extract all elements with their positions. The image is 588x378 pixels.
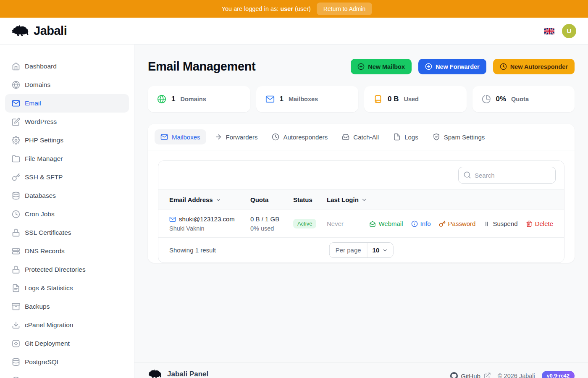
sidebar-item-php-settings[interactable]: PHP Settings xyxy=(5,131,129,150)
new-mailbox-button[interactable]: New Mailbox xyxy=(351,59,412,74)
key-icon xyxy=(12,173,20,181)
mailbox-owner-name: Shuki Vaknin xyxy=(169,225,250,232)
inbox-icon xyxy=(342,133,349,141)
tab-mailboxes[interactable]: Mailboxes xyxy=(155,129,206,144)
row-actions: WebmailInfoPasswordSuspendDelete xyxy=(369,220,553,227)
external-link-icon xyxy=(483,372,491,378)
sidebar-item-dns-records[interactable]: DNS Records xyxy=(5,242,129,260)
sidebar-item-label: Cron Jobs xyxy=(25,210,55,218)
tab-label: Catch-All xyxy=(353,134,379,141)
tab-catch-all[interactable]: Catch-All xyxy=(336,129,385,144)
button-label: New Autoresponder xyxy=(510,63,568,70)
chevron-down-icon xyxy=(215,197,221,203)
per-page-label: Per page xyxy=(330,243,368,257)
per-page-select[interactable]: 10 xyxy=(368,243,393,257)
mail-icon xyxy=(169,216,176,223)
column-email-address[interactable]: Email Address xyxy=(169,196,250,203)
page-actions: New MailboxNew ForwarderNew Autoresponde… xyxy=(351,59,575,74)
sidebar-item-cpanel-migration[interactable]: cPanel Migration xyxy=(5,316,129,334)
column-last-login[interactable]: Last Login xyxy=(327,196,553,203)
tab-logs[interactable]: Logs xyxy=(387,129,424,144)
table-row: shuki@123123.com Shuki Vaknin 0 B / 1 GB… xyxy=(158,210,564,237)
stat-card-quota[interactable]: 0%Quota xyxy=(472,86,575,112)
stat-value: 1 xyxy=(171,95,175,103)
new-autoresponder-button[interactable]: New Autoresponder xyxy=(493,59,575,74)
github-link[interactable]: GitHub xyxy=(450,372,491,378)
archive-icon xyxy=(12,302,20,311)
mailbox-quota-used: 0% used xyxy=(250,225,293,232)
stat-label: Domains xyxy=(180,96,206,102)
circle-icon xyxy=(12,376,20,378)
stat-label: Used xyxy=(404,96,418,102)
logged-in-text: You are logged in as: user (user) xyxy=(222,5,311,12)
sidebar-item-partial[interactable] xyxy=(5,371,129,378)
sidebar-item-ssh-sftp[interactable]: SSH & SFTP xyxy=(5,168,129,186)
sidebar-item-protected-directories[interactable]: Protected Directories xyxy=(5,260,129,279)
sidebar-item-git-deployment[interactable]: Git Deployment xyxy=(5,334,129,353)
tab-label: Logs xyxy=(404,134,418,141)
tab-autoresponders[interactable]: Autoresponders xyxy=(266,129,333,144)
lock-icon xyxy=(12,265,20,274)
page-footer: Jabali Panel GitHub © 2026 Jabali v0.9-r… xyxy=(134,362,588,378)
globe-icon xyxy=(12,81,20,89)
sidebar-item-file-manager[interactable]: File Manager xyxy=(5,150,129,168)
info-action[interactable]: Info xyxy=(411,220,431,227)
sidebar-item-label: WordPress xyxy=(25,118,57,126)
sidebar-item-databases[interactable]: Databases xyxy=(5,186,129,205)
stat-card-domains[interactable]: 1Domains xyxy=(148,86,250,112)
tab-label: Forwarders xyxy=(226,134,258,141)
sidebar-item-cron-jobs[interactable]: Cron Jobs xyxy=(5,205,129,223)
tab-spam-settings[interactable]: Spam Settings xyxy=(427,129,491,144)
mail-icon xyxy=(265,94,275,104)
sidebar-item-email[interactable]: Email xyxy=(5,94,129,113)
sidebar-item-postgresql[interactable]: PostgreSQL xyxy=(5,353,129,371)
stat-value: 1 xyxy=(280,95,284,103)
shield-icon xyxy=(433,133,440,141)
delete-action[interactable]: Delete xyxy=(526,220,553,227)
page-title: Email Management xyxy=(148,60,255,74)
suspend-action[interactable]: Suspend xyxy=(483,220,517,227)
per-page-control: Per page 10 xyxy=(329,242,394,258)
file-text-icon xyxy=(12,284,20,292)
stat-value: 0% xyxy=(496,95,507,103)
new-forwarder-button[interactable]: New Forwarder xyxy=(418,59,486,74)
showing-results-text: Showing 1 result xyxy=(169,247,216,254)
boar-logo-icon xyxy=(12,25,29,37)
sidebar-item-domains[interactable]: Domains xyxy=(5,76,129,94)
action-label: Delete xyxy=(535,220,553,227)
avatar[interactable]: U xyxy=(562,24,576,38)
sidebar-item-label: Databases xyxy=(25,192,56,200)
sidebar-item-logs-statistics[interactable]: Logs & Statistics xyxy=(5,279,129,297)
action-label: Info xyxy=(420,220,431,227)
download-icon xyxy=(12,321,20,329)
sidebar-item-label: cPanel Migration xyxy=(25,321,73,329)
password-action[interactable]: Password xyxy=(439,220,476,227)
uk-flag-icon[interactable] xyxy=(544,28,554,34)
stat-card-used[interactable]: 0 BUsed xyxy=(364,86,467,112)
boar-logo-icon xyxy=(148,369,162,378)
stat-card-mailboxes[interactable]: 1Mailboxes xyxy=(256,86,359,112)
version-badge: v0.9-rc42 xyxy=(542,371,575,378)
webmail-action[interactable]: Webmail xyxy=(369,220,403,227)
clock-icon xyxy=(500,63,507,70)
database-icon xyxy=(12,358,20,366)
server-icon xyxy=(12,247,20,255)
last-login-value: Never xyxy=(327,220,344,227)
stat-label: Mailboxes xyxy=(289,96,318,102)
sidebar-item-label: PostgreSQL xyxy=(25,358,60,366)
code-icon xyxy=(12,339,20,348)
key-icon xyxy=(439,220,446,227)
search-input[interactable] xyxy=(458,167,556,184)
gear-icon xyxy=(12,136,20,144)
sidebar-item-dashboard[interactable]: Dashboard xyxy=(5,57,129,76)
sidebar-item-backups[interactable]: Backups xyxy=(5,297,129,316)
pause-icon xyxy=(483,220,490,227)
return-to-admin-button[interactable]: Return to Admin xyxy=(317,3,372,15)
stat-label: Quota xyxy=(511,96,529,102)
sidebar-item-wordpress[interactable]: WordPress xyxy=(5,113,129,131)
sidebar-item-ssl-certificates[interactable]: SSL Certificates xyxy=(5,223,129,242)
file-icon xyxy=(393,133,401,141)
brand-logo[interactable]: Jabali xyxy=(12,24,67,38)
sidebar: DashboardDomainsEmailWordPressPHP Settin… xyxy=(0,45,134,378)
tab-forwarders[interactable]: Forwarders xyxy=(209,129,264,144)
